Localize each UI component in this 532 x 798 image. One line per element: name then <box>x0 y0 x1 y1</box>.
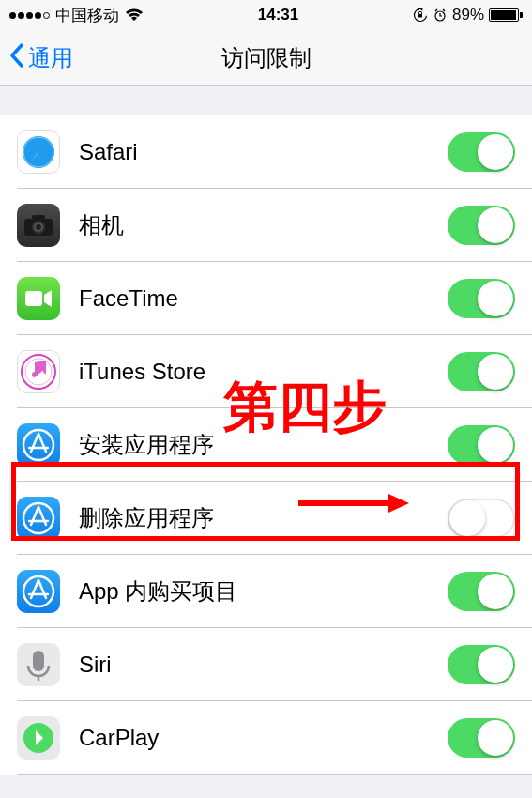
svg-rect-1 <box>418 14 422 18</box>
svg-marker-22 <box>388 494 409 513</box>
alarm-icon <box>433 8 448 23</box>
row-camera: 相机 <box>0 189 532 262</box>
app-store-icon <box>17 497 60 540</box>
svg-rect-18 <box>33 651 44 671</box>
siri-icon <box>17 643 60 686</box>
status-time: 14:31 <box>144 6 413 24</box>
toggle-siri[interactable] <box>448 645 515 684</box>
annotation-step-label: 第四步 <box>223 371 387 444</box>
facetime-icon <box>17 277 60 320</box>
svg-rect-8 <box>32 215 45 221</box>
carplay-icon <box>17 716 60 760</box>
row-carplay: CarPlay <box>0 701 532 775</box>
chevron-left-icon <box>8 42 24 74</box>
svg-point-11 <box>36 224 41 230</box>
back-button[interactable]: 通用 <box>8 42 73 74</box>
app-store-icon <box>17 570 60 613</box>
row-label: App 内购买项目 <box>79 576 448 606</box>
toggle-safari[interactable] <box>448 132 515 172</box>
row-safari: Safari <box>0 115 532 189</box>
signal-strength-icon <box>9 12 50 19</box>
row-label: FaceTime <box>79 285 448 312</box>
row-in-app-purchase: App 内购买项目 <box>0 555 532 628</box>
wifi-icon <box>125 8 144 22</box>
row-label: CarPlay <box>79 725 448 751</box>
section-spacer <box>0 86 532 115</box>
toggle-camera[interactable] <box>448 206 515 245</box>
toggle-in-app-purchase[interactable] <box>448 572 515 611</box>
toggle-itunes-store[interactable] <box>448 352 515 391</box>
row-label: 相机 <box>79 210 448 240</box>
toggle-delete-apps[interactable] <box>448 499 515 538</box>
orientation-lock-icon <box>413 8 428 23</box>
row-facetime: FaceTime <box>0 262 532 335</box>
battery-icon <box>489 8 523 22</box>
restrictions-list: Safari 相机 FaceTime iTunes Store 安装应用程序 <box>0 115 532 775</box>
row-delete-apps: 删除应用程序 <box>0 482 532 555</box>
toggle-facetime[interactable] <box>448 279 515 318</box>
battery-percentage: 89% <box>452 6 484 24</box>
row-siri: Siri <box>0 628 532 701</box>
itunes-store-icon <box>17 350 60 393</box>
safari-icon <box>17 130 60 174</box>
annotation-arrow-icon <box>298 492 409 514</box>
toggle-install-apps[interactable] <box>448 425 515 465</box>
row-label: Siri <box>79 652 448 678</box>
toggle-carplay[interactable] <box>448 718 515 758</box>
svg-rect-12 <box>25 291 42 306</box>
nav-bar: 通用 访问限制 <box>0 30 532 86</box>
row-label: Safari <box>79 139 448 165</box>
app-store-icon <box>17 423 60 467</box>
camera-icon <box>17 204 60 247</box>
carrier-label: 中国移动 <box>55 5 119 26</box>
back-label: 通用 <box>28 43 73 73</box>
page-title: 访问限制 <box>0 43 532 73</box>
status-bar: 中国移动 14:31 89% <box>0 0 532 30</box>
